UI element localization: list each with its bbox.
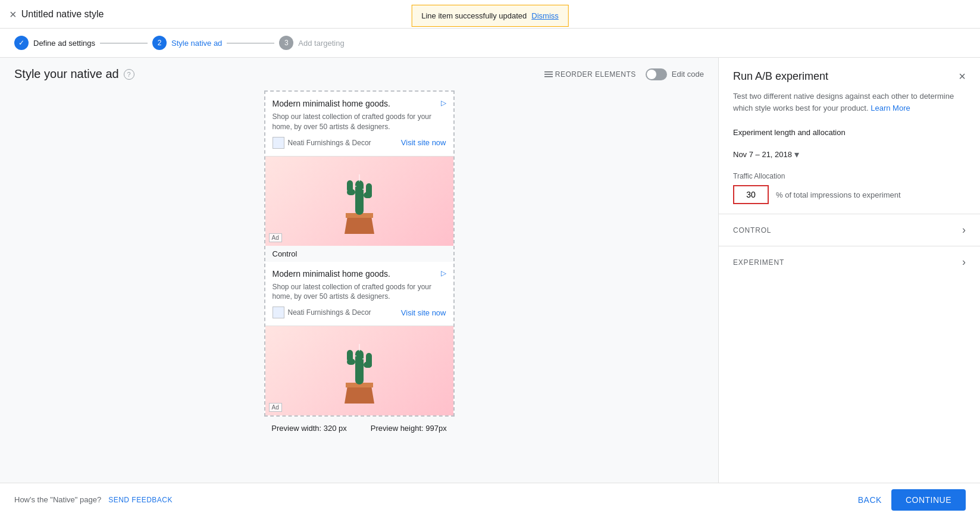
preview-scroll-area[interactable]: Modern minimalist home goods. ▷ Shop our… [0,90,718,512]
feedback-question: How's the "Native" page? [14,495,101,504]
experiment-ad-image: Ad [265,326,453,415]
help-icon[interactable]: ? [124,69,134,80]
svg-rect-19 [366,353,372,368]
svg-rect-5 [355,180,364,215]
date-range-value: Nov 7 – 21, 2018 [733,150,792,159]
experiment-cactus-svg [339,338,380,404]
experiment-ad-arrow-icon: ▷ [441,269,446,277]
date-range-row: Nov 7 – 21, 2018 ▾ [719,142,980,167]
traffic-allocation-row: Traffic Allocation % of total impression… [719,167,980,214]
main-layout: Style your native ad ? REORDER ELEMENTS … [0,58,980,512]
preview-container: Modern minimalist home goods. ▷ Shop our… [264,90,455,417]
control-brand-icon [273,137,284,149]
svg-rect-15 [355,350,364,384]
control-accordion-section: CONTROL › [719,214,980,246]
svg-rect-9 [366,183,372,198]
experiment-brand-name: Neati Furnishings & Decor [288,308,371,317]
traffic-input-row: % of total impressions to experiment [733,185,966,204]
content-title-text: Style your native ad [14,67,119,81]
experiment-ad-brand: Neati Furnishings & Decor [273,307,371,318]
toast-message: Line item successfully updated [421,11,527,20]
top-bar: × Untitled native style Line item succes… [0,0,980,29]
content-header: Style your native ad ? REORDER ELEMENTS … [0,58,718,90]
control-ad-image: Ad [265,157,453,246]
learn-more-link[interactable]: Learn More [871,104,910,112]
control-ad-title: Modern minimalist home goods. [273,99,390,108]
back-button[interactable]: BACK [858,495,882,505]
experiment-ad-title: Modern minimalist home goods. [273,269,390,279]
control-ad-arrow-icon: ▷ [441,99,446,107]
steps-bar: ✓ Define ad settings 2 Style native ad 3… [0,29,980,58]
right-panel: Run A/B experiment × Test two different … [718,58,980,512]
svg-marker-13 [345,386,374,404]
svg-rect-7 [347,180,353,192]
edit-code-toggle[interactable] [646,68,667,80]
svg-rect-17 [347,350,353,362]
step-line-2-3 [227,43,274,43]
send-feedback-button[interactable]: SEND FEEDBACK [108,496,173,504]
control-section-label: Control [265,246,453,262]
footer-actions: BACK CONTINUE [858,489,966,511]
content-area: Style your native ad ? REORDER ELEMENTS … [0,58,718,512]
traffic-percent-text: % of total impressions to experiment [776,190,901,199]
preview-width-label: Preview width: 320 px [271,424,347,433]
experiment-accordion-title: EXPERIMENT [733,258,784,267]
panel-close-button[interactable]: × [959,70,966,83]
control-accordion-title: CONTROL [733,226,771,234]
preview-height-label: Preview height: 997px [371,424,447,433]
experiment-ad-description: Shop our latest collection of crafted go… [273,282,446,302]
experiment-accordion-header[interactable]: EXPERIMENT › [733,246,966,278]
content-title-group: Style your native ad ? [14,67,134,81]
reorder-label: REORDER ELEMENTS [555,70,636,79]
control-ad-brand: Neati Furnishings & Decor [273,137,371,149]
step-line-1-2 [100,43,148,43]
step-1: ✓ Define ad settings [14,36,95,50]
experiment-visit-link[interactable]: Visit site now [401,308,446,317]
svg-rect-1 [544,74,553,75]
panel-header: Run A/B experiment × [719,58,980,90]
toast-notification: Line item successfully updated Dismiss [411,5,569,27]
control-ad-footer: Neati Furnishings & Decor Visit site now [273,137,446,149]
control-brand-name: Neati Furnishings & Decor [288,139,371,147]
svg-rect-2 [544,76,553,77]
continue-button[interactable]: CONTINUE [891,489,966,511]
date-range-dropdown[interactable]: Nov 7 – 21, 2018 ▾ [733,149,799,160]
step-2-circle: 2 [152,36,167,50]
footer-bar: How's the "Native" page? SEND FEEDBACK B… [0,483,980,512]
control-cactus-svg [339,168,380,234]
control-accordion-header[interactable]: CONTROL › [733,214,966,246]
control-ad-badge: Ad [269,233,282,242]
traffic-label: Traffic Allocation [733,172,966,180]
close-button[interactable]: × [10,8,17,20]
step-3-circle: 3 [279,36,293,50]
chevron-down-icon: ▾ [794,149,799,160]
experiment-length-label: Experiment length and allocation [719,123,980,142]
step-2-label: Style native ad [171,39,222,48]
preview-footer: Preview width: 320 px Preview height: 99… [257,417,461,440]
control-visit-link[interactable]: Visit site now [401,138,446,147]
experiment-accordion-chevron-icon: › [962,256,966,268]
svg-marker-3 [345,216,374,234]
reorder-icon [544,70,553,79]
step-1-label: Define ad settings [33,39,95,48]
control-ad-header: Modern minimalist home goods. ▷ [273,99,446,108]
edit-code-label: Edit code [672,70,704,79]
step-2: 2 Style native ad [152,36,222,50]
reorder-elements-button[interactable]: REORDER ELEMENTS [544,70,636,79]
control-ad-card: Modern minimalist home goods. ▷ Shop our… [265,92,453,157]
experiment-ad-card: Modern minimalist home goods. ▷ Shop our… [265,262,453,327]
step-3: 3 Add targeting [279,36,344,50]
control-ad-description: Shop our latest collection of crafted go… [273,112,446,132]
toast-dismiss-button[interactable]: Dismiss [531,11,559,20]
step-3-label: Add targeting [298,39,344,48]
experiment-ad-badge: Ad [269,403,282,412]
step-1-circle: ✓ [14,36,29,50]
traffic-input[interactable] [733,185,769,204]
experiment-ad-header: Modern minimalist home goods. ▷ [273,269,446,279]
experiment-ad-footer: Neati Furnishings & Decor Visit site now [273,307,446,318]
control-accordion-chevron-icon: › [962,224,966,236]
panel-description: Test two different native designs agains… [719,90,980,123]
panel-title: Run A/B experiment [733,70,828,83]
experiment-brand-icon [273,307,284,318]
header-right-controls: REORDER ELEMENTS Edit code [544,68,704,80]
